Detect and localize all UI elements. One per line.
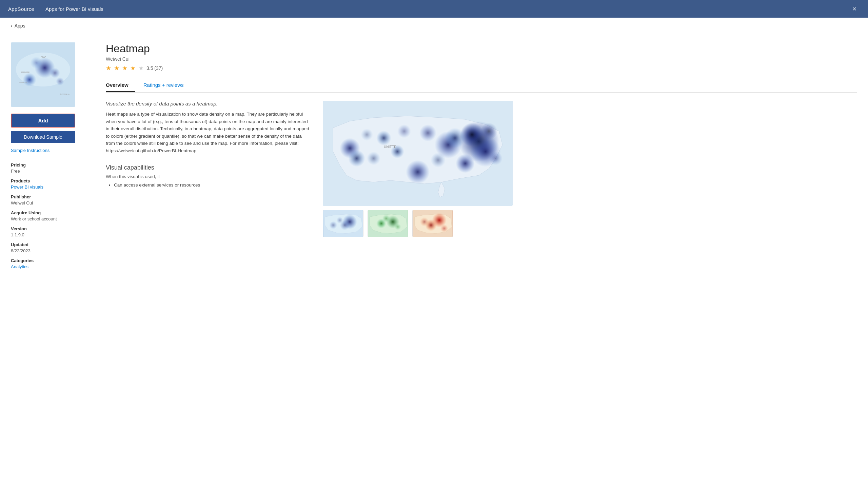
svg-point-28 [480,123,497,140]
acquire-label: Acquire Using [11,210,92,215]
back-nav-label: Apps [15,23,25,28]
app-header: AppSource Apps for Power BI visuals × [0,0,868,18]
add-button[interactable]: Add [11,114,75,128]
svg-point-22 [419,124,436,141]
brand-name: AppSource [8,6,34,12]
thumbnail-2[interactable] [368,210,408,237]
text-content: Visualize the density of data points as … [106,101,309,237]
svg-point-5 [30,57,42,69]
tabs-bar: Overview Ratings + reviews [106,79,857,93]
svg-point-4 [50,68,60,78]
svg-point-16 [445,128,465,148]
publisher-value: Weiwei Cui [11,200,33,206]
pricing-item: Pricing Free [11,162,92,174]
overview-body: Heat maps are a type of visualization to… [106,111,309,155]
acquire-value: Work or school account [11,216,57,221]
app-thumbnail: ASIA EUROPE AFRICA AUSTRALIA [11,42,75,107]
categories-link[interactable]: Analytics [11,264,28,269]
svg-point-23 [456,154,475,173]
capabilities-list: Can access external services or resource… [106,182,309,188]
close-button[interactable]: × [849,3,860,14]
header-subtitle: Apps for Power BI visuals [45,6,103,12]
pricing-value: Free [11,169,20,174]
rating-row: ★ ★ ★ ★ ★ 3.5 (37) [106,64,857,72]
capabilities-subtitle: When this visual is used, it [106,174,309,179]
publisher-item: Publisher Weiwei Cui [11,194,92,206]
svg-point-19 [406,160,430,184]
image-panel: UNITED [323,101,513,237]
svg-text:EUROPE: EUROPE [21,71,29,73]
svg-text:AFRICA: AFRICA [19,81,27,83]
sample-instructions-link[interactable]: Sample Instructions [11,148,92,153]
star-5-empty: ★ [138,64,144,72]
thumbnail-row [323,210,513,237]
svg-point-3 [23,73,36,86]
left-panel: ASIA EUROPE AFRICA AUSTRALIA Add Downloa… [11,42,92,269]
version-item: Version 1.1.9.0 [11,226,92,237]
svg-point-26 [397,124,411,138]
star-3: ★ [122,64,127,72]
version-label: Version [11,226,92,231]
products-label: Products [11,178,92,183]
header-divider [40,4,40,14]
back-arrow-icon: ‹ [11,23,13,28]
svg-point-34 [329,221,337,229]
svg-point-20 [376,131,391,145]
svg-point-29 [489,152,502,165]
capability-item: Can access external services or resource… [114,182,309,188]
main-content: ASIA EUROPE AFRICA AUSTRALIA Add Downloa… [0,34,868,277]
svg-point-25 [361,129,373,141]
svg-point-44 [420,217,429,226]
star-4-half: ★ [130,64,136,72]
thumbnail-3[interactable] [412,210,453,237]
app-title: Heatmap [106,42,857,55]
updated-value: 8/22/2023 [11,248,31,253]
svg-text:AUSTRALIA: AUSTRALIA [60,93,70,95]
overview-headline: Visualize the density of data points as … [106,101,309,106]
svg-point-45 [440,225,448,232]
svg-point-18 [348,150,365,167]
svg-point-35 [337,217,343,224]
rating-score: 3.5 (37) [146,65,163,71]
header-left: AppSource Apps for Power BI visuals [8,4,103,14]
products-item: Products Power BI visuals [11,178,92,190]
thumbnail-1[interactable] [323,210,363,237]
content-area: Visualize the density of data points as … [106,101,857,237]
svg-point-24 [367,152,380,165]
svg-point-6 [56,77,64,85]
download-sample-button[interactable]: Download Sample [11,131,75,143]
svg-point-27 [431,153,446,168]
products-link[interactable]: Power BI visuals [11,184,43,190]
back-nav[interactable]: ‹ Apps [0,18,868,34]
main-map-image: UNITED [323,101,513,206]
capabilities-title: Visual capabilities [106,164,309,171]
star-1: ★ [106,64,111,72]
publisher-label: Publisher [11,194,92,199]
svg-point-40 [395,223,401,230]
app-author: Weiwei Cui [106,56,857,62]
categories-item: Categories Analytics [11,258,92,269]
main-panel: Heatmap Weiwei Cui ★ ★ ★ ★ ★ 3.5 (37) Ov… [92,42,857,269]
svg-text:ASIA: ASIA [41,56,46,58]
svg-text:UNITED: UNITED [384,145,396,149]
meta-section: Pricing Free Products Power BI visuals P… [11,162,92,269]
svg-point-39 [382,215,390,222]
version-value: 1.1.9.0 [11,232,24,237]
tab-ratings-reviews[interactable]: Ratings + reviews [143,79,191,92]
star-2: ★ [114,64,119,72]
updated-item: Updated 8/22/2023 [11,242,92,253]
pricing-label: Pricing [11,162,92,168]
tab-overview[interactable]: Overview [106,79,135,92]
updated-label: Updated [11,242,92,247]
categories-label: Categories [11,258,92,263]
acquire-item: Acquire Using Work or school account [11,210,92,221]
